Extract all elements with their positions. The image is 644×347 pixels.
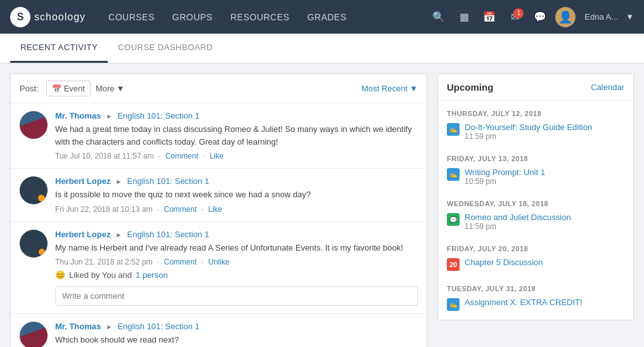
upcoming-date: THURSDAY, JULY 12, 2018 [447,106,624,120]
user-menu-chevron[interactable]: ▼ [626,12,634,22]
nav-icons: 🔍 ▦ 📅 ✉ 1 💬 👤 Edna A... ▼ [428,7,634,27]
upcoming-section-1: FRIDAY, JULY 13, 2018 ✍ Writing Prompt: … [438,146,633,191]
post-item: Mr. Thomas ► English 101: Section 1 We h… [11,103,427,169]
avatar [20,322,48,347]
notifications-icon[interactable]: 💬 [530,7,550,27]
more-button[interactable]: More ▼ [96,84,125,93]
post-bar: Post: 📅 Event More ▼ Most Recent ▼ [11,74,427,103]
comment-link[interactable]: Comment [164,205,196,214]
upcoming-section-0: THURSDAY, JULY 12, 2018 ✍ Do-It-Yourself… [438,101,633,146]
post-course[interactable]: English 101: Section 1 [117,322,199,331]
user-name[interactable]: Edna A... [584,12,618,22]
upcoming-section-2: WEDNESDAY, JULY 18, 2018 💬 Romeo and Jul… [438,191,633,236]
tabs-bar: RECENT ACTIVITY COURSE DASHBOARD [0,34,644,63]
quiz-icon: ✍ [447,168,460,181]
emoji-icon: 😊 [55,270,65,280]
upcoming-card: Upcoming Calendar THURSDAY, JULY 12, 201… [437,74,634,320]
post-author[interactable]: Mr. Thomas [55,111,101,121]
post-course[interactable]: English 101: Section 1 [127,176,209,186]
upcoming-item-title[interactable]: Chapter 5 Discussion [465,258,624,267]
logo-text: schoology [34,11,86,23]
calendar-icon[interactable]: 📅 [479,7,499,27]
upcoming-section-3: FRIDAY, JULY 20, 2018 20 Chapter 5 Discu… [438,236,633,276]
upcoming-item-title[interactable]: Assignment X: EXTRA CREDIT! [465,298,624,307]
upcoming-item-time: 11:59 pm [465,222,624,231]
upcoming-header: Upcoming Calendar [438,74,633,101]
arrow-icon: ► [106,323,113,331]
upcoming-item: ✍ Assignment X: EXTRA CREDIT! [447,295,624,313]
upcoming-date: TUESDAY, JULY 31, 2018 [447,281,624,295]
arrow-icon: ► [115,231,122,239]
upcoming-date: WEDNESDAY, JULY 18, 2018 [447,196,624,210]
unlike-link[interactable]: Unlike [209,258,229,266]
upcoming-item-time: 10:59 pm [465,177,624,186]
logo-circle: S [10,7,30,27]
arrow-icon: ► [106,112,113,120]
upcoming-item-time: 11:59 pm [465,132,624,141]
like-link[interactable]: Like [209,205,222,214]
most-recent-dropdown[interactable]: Most Recent ▼ [361,84,418,93]
post-author[interactable]: Mr. Thomas [55,322,101,331]
message-badge: 1 [513,8,524,18]
liked-person-link[interactable]: 1 person [136,270,168,280]
feed-section: Post: 📅 Event More ▼ Most Recent ▼ [10,74,427,347]
upcoming-item: ✍ Do-It-Yourself: Study Guide Edition 11… [447,120,624,143]
post-course[interactable]: English 101: Section 1 [127,230,209,239]
main-content: Post: 📅 Event More ▼ Most Recent ▼ [0,63,644,347]
upcoming-item: ✍ Writing Prompt: Unit 1 10:59 pm [447,165,624,188]
navigation: S schoology COURSES GROUPS RESOURCES GRA… [0,0,644,34]
logo[interactable]: S schoology [10,7,86,27]
post-item: Mr. Thomas ► English 101: Section 1 Whic… [11,314,427,347]
upcoming-item: 20 Chapter 5 Discussion [447,255,624,273]
comment-input[interactable] [55,286,418,306]
nav-courses[interactable]: COURSES [101,8,162,26]
upcoming-item-title[interactable]: Romeo and Juliet Discussion [465,213,624,222]
upcoming-title: Upcoming [447,82,493,93]
post-timestamp: Tue Jul 10, 2018 at 11:57 am [55,152,154,160]
post-course[interactable]: English 101: Section 1 [117,111,199,121]
avatar [20,111,48,139]
dropdown-icon: ▼ [117,84,125,93]
post-body: Mr. Thomas ► English 101: Section 1 Whic… [55,322,418,347]
upcoming-section: Upcoming Calendar THURSDAY, JULY 12, 201… [437,74,634,347]
tab-recent-activity[interactable]: RECENT ACTIVITY [10,34,108,63]
liked-row: 😊 Liked by You and 1 person [55,270,418,280]
search-icon[interactable]: 🔍 [428,7,449,27]
post-item: Herbert Lopez ► English 101: Section 1 M… [11,222,427,315]
post-body: Herbert Lopez ► English 101: Section 1 I… [55,176,418,214]
upcoming-item-title[interactable]: Writing Prompt: Unit 1 [465,167,624,177]
comment-link[interactable]: Comment [165,152,198,160]
post-text: Which book should we read next? [55,334,418,346]
quiz-icon: ✍ [447,123,460,136]
post-author[interactable]: Herbert Lopez [55,176,110,186]
upcoming-section-4: TUESDAY, JULY 31, 2018 ✍ Assignment X: E… [438,276,633,320]
post-timestamp: Fri Jun 22, 2018 at 10:13 am [55,205,152,214]
upcoming-item-title[interactable]: Do-It-Yourself: Study Guide Edition [465,122,624,132]
most-recent-chevron: ▼ [409,84,418,93]
post-label: Post: [20,84,39,93]
nav-resources[interactable]: RESOURCES [222,8,297,26]
calendar-link[interactable]: Calendar [591,82,624,92]
nav-grades[interactable]: GRADES [300,8,354,26]
nav-items: COURSES GROUPS RESOURCES GRADES [101,8,428,26]
calendar-small-icon: 📅 [52,84,61,93]
liked-text: Liked by You and [69,270,132,280]
nav-groups[interactable]: GROUPS [165,8,221,26]
messages-icon[interactable]: ✉ 1 [505,7,525,27]
post-item: Herbert Lopez ► English 101: Section 1 I… [11,169,427,222]
avatar [20,230,48,258]
feed-card: Post: 📅 Event More ▼ Most Recent ▼ [10,74,427,347]
discussion-icon: 💬 [447,213,460,226]
post-text: We had a great time today in class discu… [55,123,418,148]
post-timestamp: Thu Jun 21, 2018 at 2:52 pm [55,258,152,266]
post-body: Mr. Thomas ► English 101: Section 1 We h… [55,111,418,160]
like-link[interactable]: Like [210,152,224,160]
quiz-icon: ✍ [447,298,460,311]
tab-course-dashboard[interactable]: COURSE DASHBOARD [108,34,223,63]
comment-link[interactable]: Comment [164,258,196,266]
post-author[interactable]: Herbert Lopez [55,230,110,239]
avatar[interactable]: 👤 [555,7,576,27]
upcoming-date: FRIDAY, JULY 20, 2018 [447,241,624,255]
event-button[interactable]: 📅 Event [46,81,91,96]
apps-icon[interactable]: ▦ [454,7,474,27]
